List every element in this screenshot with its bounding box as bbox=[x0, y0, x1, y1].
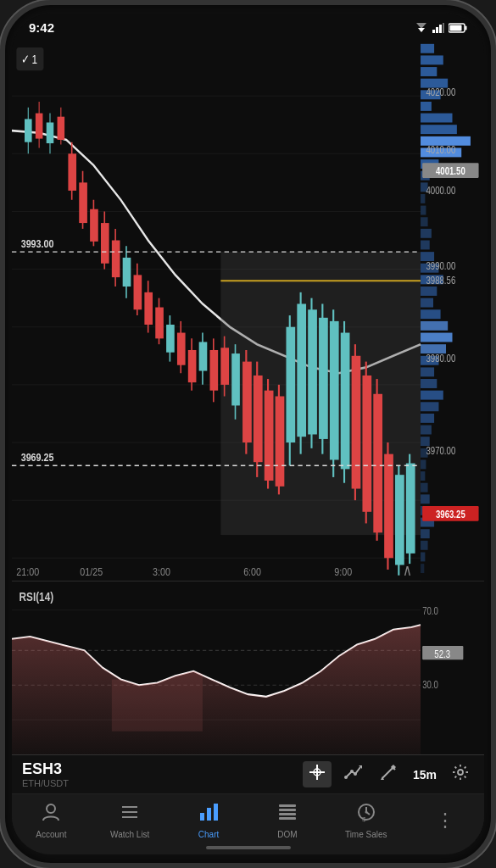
svg-point-190 bbox=[47, 804, 55, 813]
svg-text:52.3: 52.3 bbox=[434, 648, 450, 659]
svg-text:01/25: 01/25 bbox=[80, 565, 103, 579]
svg-point-184 bbox=[354, 772, 357, 776]
svg-rect-103 bbox=[155, 308, 164, 339]
svg-rect-45 bbox=[421, 321, 448, 331]
svg-rect-37 bbox=[421, 229, 432, 238]
dom-icon bbox=[276, 801, 298, 828]
svg-rect-57 bbox=[421, 459, 426, 469]
nav-item-chart[interactable]: Chart bbox=[183, 801, 234, 839]
svg-rect-124 bbox=[265, 391, 274, 481]
draw-tool-button[interactable] bbox=[374, 761, 403, 787]
signal-icon bbox=[432, 23, 444, 33]
chart-tools: 15m bbox=[303, 761, 474, 787]
svg-rect-150 bbox=[406, 464, 415, 554]
svg-rect-83 bbox=[47, 122, 54, 143]
svg-text:3990.00: 3990.00 bbox=[426, 259, 455, 270]
svg-rect-93 bbox=[101, 223, 109, 264]
svg-rect-107 bbox=[177, 333, 186, 365]
home-indicator bbox=[206, 846, 291, 849]
svg-rect-52 bbox=[421, 402, 438, 411]
nav-label-timesales: Time Sales bbox=[345, 830, 387, 839]
svg-text:70.0: 70.0 bbox=[422, 605, 438, 616]
bottom-bar: ESH3 ETH/USDT bbox=[12, 754, 484, 854]
svg-rect-34 bbox=[421, 194, 425, 203]
nav-item-watchlist[interactable]: Watch List bbox=[104, 801, 155, 839]
phone-screen: 9:42 bbox=[12, 14, 484, 854]
svg-rect-2 bbox=[432, 30, 435, 33]
svg-rect-95 bbox=[112, 241, 120, 278]
svg-rect-142 bbox=[362, 376, 371, 512]
svg-text:9:00: 9:00 bbox=[334, 565, 352, 579]
svg-rect-28 bbox=[421, 125, 457, 134]
svg-rect-4 bbox=[439, 25, 442, 33]
status-icons bbox=[415, 23, 467, 33]
svg-text:3980.00: 3980.00 bbox=[426, 352, 455, 363]
svg-rect-87 bbox=[68, 153, 76, 191]
svg-point-183 bbox=[350, 770, 354, 773]
account-icon bbox=[40, 801, 62, 828]
svg-point-182 bbox=[344, 776, 348, 779]
svg-text:4020.00: 4020.00 bbox=[426, 86, 455, 97]
crosshair-icon bbox=[308, 763, 326, 782]
nav-label-chart: Chart bbox=[198, 830, 219, 839]
svg-rect-65 bbox=[421, 552, 425, 561]
timeframe-button[interactable]: 15m bbox=[410, 766, 440, 783]
svg-text:RSI(14): RSI(14) bbox=[20, 589, 54, 604]
svg-rect-196 bbox=[214, 804, 218, 821]
chart-nav-icon bbox=[198, 801, 220, 828]
svg-rect-3 bbox=[436, 27, 438, 33]
svg-rect-105 bbox=[166, 325, 175, 353]
svg-rect-59 bbox=[421, 483, 428, 492]
svg-rect-144 bbox=[373, 394, 382, 533]
svg-text:3970.00: 3970.00 bbox=[426, 445, 455, 456]
svg-rect-99 bbox=[134, 275, 142, 309]
nav-item-timesales[interactable]: $ Time Sales bbox=[341, 801, 392, 839]
timesales-icon: $ bbox=[355, 801, 377, 828]
svg-text:30.0: 30.0 bbox=[422, 679, 438, 690]
nav-item-dom[interactable]: DOM bbox=[262, 801, 313, 839]
svg-rect-8 bbox=[450, 25, 462, 31]
svg-point-204 bbox=[365, 811, 367, 814]
svg-rect-26 bbox=[421, 102, 432, 111]
svg-point-189 bbox=[458, 770, 463, 775]
svg-rect-58 bbox=[421, 471, 425, 481]
svg-rect-200 bbox=[279, 817, 296, 820]
svg-rect-27 bbox=[421, 114, 452, 123]
svg-rect-140 bbox=[352, 356, 361, 489]
svg-rect-21 bbox=[421, 44, 434, 53]
trend-icon bbox=[343, 763, 362, 782]
chart-container[interactable]: 4020.00 4010.00 4001.50 4000.00 3990.00 … bbox=[12, 38, 484, 754]
svg-rect-81 bbox=[36, 114, 43, 139]
svg-rect-66 bbox=[421, 564, 424, 573]
svg-rect-23 bbox=[421, 67, 437, 76]
svg-rect-54 bbox=[421, 426, 432, 435]
svg-marker-1 bbox=[416, 23, 426, 29]
phone-frame: 9:42 bbox=[0, 0, 496, 868]
svg-rect-198 bbox=[279, 809, 296, 811]
svg-rect-101 bbox=[144, 292, 153, 325]
svg-text:4010.00: 4010.00 bbox=[426, 144, 455, 155]
svg-rect-146 bbox=[384, 454, 393, 559]
svg-text:21:00: 21:00 bbox=[16, 565, 39, 579]
crosshair-tool-button[interactable] bbox=[303, 761, 332, 787]
nav-item-account[interactable]: Account bbox=[25, 801, 76, 839]
svg-point-180 bbox=[315, 771, 318, 774]
svg-text:3963.25: 3963.25 bbox=[436, 508, 465, 519]
nav-item-more[interactable]: ⋮ bbox=[420, 810, 471, 832]
settings-button[interactable] bbox=[447, 762, 474, 787]
svg-rect-89 bbox=[79, 182, 87, 223]
svg-rect-38 bbox=[421, 241, 430, 250]
nav-bar: Account Watch List bbox=[12, 794, 484, 843]
svg-rect-44 bbox=[421, 309, 441, 319]
svg-rect-43 bbox=[421, 298, 433, 308]
svg-rect-63 bbox=[421, 529, 430, 538]
symbol-name: ESH3 bbox=[22, 760, 303, 778]
svg-rect-36 bbox=[421, 217, 428, 226]
status-time: 9:42 bbox=[29, 20, 54, 35]
svg-rect-134 bbox=[319, 318, 328, 439]
svg-rect-199 bbox=[279, 813, 296, 815]
nav-label-dom: DOM bbox=[277, 830, 297, 839]
svg-rect-7 bbox=[465, 25, 467, 30]
svg-rect-35 bbox=[421, 206, 426, 215]
trend-tool-button[interactable] bbox=[338, 761, 367, 787]
